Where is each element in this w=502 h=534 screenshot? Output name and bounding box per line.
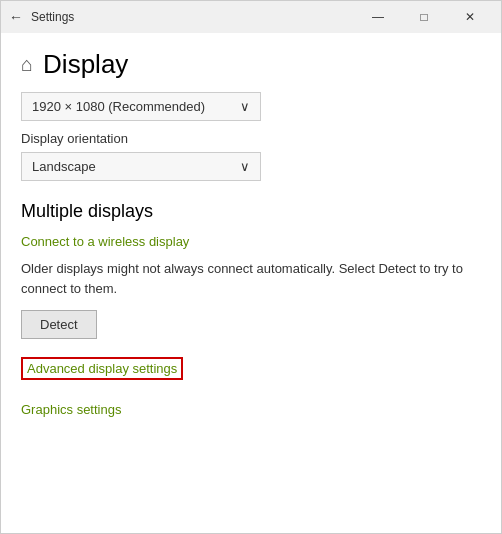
resolution-chevron-icon: ∨	[240, 99, 250, 114]
resolution-value: 1920 × 1080 (Recommended)	[32, 99, 205, 114]
maximize-button[interactable]: □	[401, 1, 447, 33]
resolution-container: 1920 × 1080 (Recommended) ∨	[21, 92, 481, 121]
graphics-settings-link[interactable]: Graphics settings	[21, 402, 121, 417]
settings-window: ← Settings — □ ✕ ⌂ Display 1920 × 1080 (…	[0, 0, 502, 534]
page-content: ⌂ Display 1920 × 1080 (Recommended) ∨ Di…	[1, 33, 501, 533]
orientation-chevron-icon: ∨	[240, 159, 250, 174]
home-icon: ⌂	[21, 53, 33, 76]
orientation-container: Landscape ∨	[21, 152, 481, 181]
title-bar: ← Settings — □ ✕	[1, 1, 501, 33]
orientation-value: Landscape	[32, 159, 96, 174]
orientation-label: Display orientation	[21, 131, 481, 146]
description-text: Older displays might not always connect …	[21, 259, 481, 298]
advanced-display-settings-link[interactable]: Advanced display settings	[21, 357, 183, 380]
page-header: ⌂ Display	[21, 33, 481, 92]
wireless-display-link[interactable]: Connect to a wireless display	[21, 234, 189, 249]
window-controls: — □ ✕	[355, 1, 493, 33]
detect-button[interactable]: Detect	[21, 310, 97, 339]
title-bar-left: ← Settings	[9, 9, 74, 25]
page-title: Display	[43, 49, 128, 80]
minimize-button[interactable]: —	[355, 1, 401, 33]
back-button[interactable]: ←	[9, 9, 23, 25]
window-title: Settings	[31, 10, 74, 24]
close-button[interactable]: ✕	[447, 1, 493, 33]
resolution-dropdown[interactable]: 1920 × 1080 (Recommended) ∨	[21, 92, 261, 121]
orientation-dropdown[interactable]: Landscape ∨	[21, 152, 261, 181]
multiple-displays-title: Multiple displays	[21, 201, 481, 222]
